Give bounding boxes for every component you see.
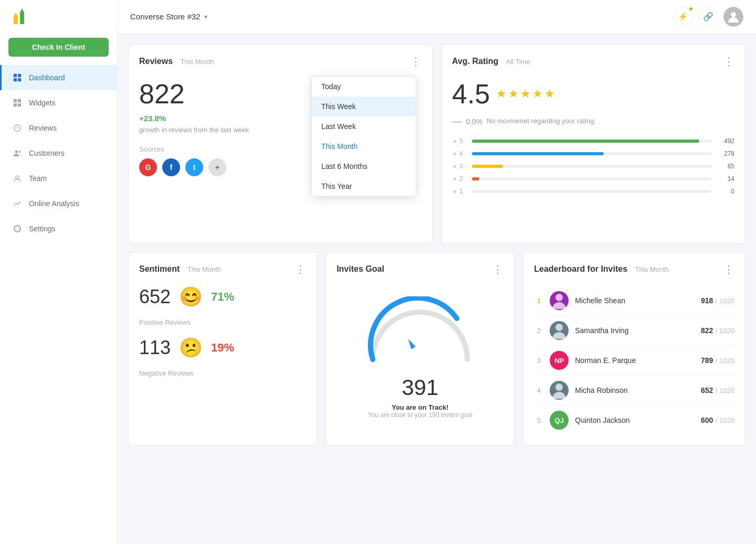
lb-score: 789 <box>701 356 713 365</box>
store-selector[interactable]: Converse Store #32 ▾ <box>130 12 207 21</box>
twitter-source-icon[interactable]: t <box>185 158 203 176</box>
lb-total: / 1020 <box>716 327 734 335</box>
google-source-icon[interactable]: G <box>139 158 157 176</box>
reviews-more-button[interactable]: ⋮ <box>411 55 422 68</box>
facebook-source-icon[interactable]: f <box>162 158 180 176</box>
rank-number: 1 <box>534 297 543 305</box>
lb-avatar-2 <box>550 321 569 340</box>
sidebar-item-settings[interactable]: Settings <box>0 216 117 241</box>
avg-rating-title: Avg. Rating <box>452 57 498 66</box>
check-in-button[interactable]: Check In Client <box>8 38 109 57</box>
main-content: Converse Store #32 ▾ ⚡ 🔗 <box>118 0 756 544</box>
sidebar-item-team[interactable]: Team <box>0 166 117 191</box>
avg-rating-subtitle: All Time <box>506 58 530 66</box>
positive-label: Positive Reviews <box>139 318 306 326</box>
user-avatar-button[interactable] <box>723 7 743 27</box>
user-avatar <box>723 7 743 27</box>
svg-marker-3 <box>14 13 18 17</box>
sidebar-item-label: Dashboard <box>29 73 65 82</box>
star-label-5: ★ 5 <box>452 137 468 145</box>
svg-point-16 <box>731 12 736 17</box>
rating-bar-1: ★ 1 0 <box>452 188 734 195</box>
reviews-title: Reviews <box>139 57 173 66</box>
lb-score-group: 822 / 1020 <box>701 326 734 335</box>
bar-fill-3 <box>472 165 503 168</box>
dropdown-this-year[interactable]: This Year <box>312 176 416 196</box>
sidebar-item-customers[interactable]: Customers <box>0 141 117 166</box>
dropdown-today[interactable]: Today <box>312 77 416 97</box>
widgets-icon <box>12 98 23 108</box>
logo-area <box>0 0 117 34</box>
chevron-down-icon: ▾ <box>204 13 207 20</box>
bar-track-3 <box>472 165 711 168</box>
lb-name: Samantha Irving <box>575 326 695 335</box>
avg-rating-value: 4.5 <box>452 78 490 110</box>
sidebar-item-widgets[interactable]: Widgets <box>0 90 117 115</box>
lb-score-group: 652 / 1020 <box>701 386 734 395</box>
bottom-cards-row: Sentiment This Month ⋮ 652 😊 71% Positiv… <box>128 252 746 446</box>
avg-rating-more-button[interactable]: ⋮ <box>723 55 734 68</box>
dropdown-this-week[interactable]: This Week <box>312 97 416 116</box>
sidebar-item-online-analysis[interactable]: Online Analysis <box>0 191 117 216</box>
link-icon: 🔗 <box>703 12 713 22</box>
sidebar-item-label: Reviews <box>29 124 57 132</box>
lb-total: / 1020 <box>716 297 734 305</box>
sidebar-item-label: Settings <box>29 225 56 233</box>
dropdown-last-6-months[interactable]: Last 6 Months <box>312 156 416 176</box>
leaderboard-header: Leaderboard for Invites This Month ⋮ <box>534 263 734 275</box>
add-source-icon[interactable]: + <box>208 158 226 176</box>
customers-icon <box>12 148 23 158</box>
svg-point-13 <box>15 151 18 153</box>
svg-rect-11 <box>18 103 21 106</box>
star-label-3: ★ 3 <box>452 163 468 170</box>
negative-count: 113 <box>139 337 171 359</box>
sidebar-nav: Dashboard Widgets Reviews Customers <box>0 65 117 241</box>
bar-count-5: 492 <box>716 137 734 145</box>
sidebar: Check In Client Dashboard Widgets Review… <box>0 0 118 544</box>
gauge-svg <box>362 296 478 370</box>
dropdown-this-month[interactable]: This Month <box>312 136 416 156</box>
svg-point-14 <box>19 151 21 153</box>
lb-name: Micha Robinson <box>575 386 695 394</box>
leaderboard-card: Leaderboard for Invites This Month ⋮ 1 M… <box>523 252 746 446</box>
lb-total: / 1020 <box>716 417 734 424</box>
reviews-card-header: Reviews This Month ⋮ <box>139 55 422 68</box>
reviews-title-group: Reviews This Month <box>139 57 214 66</box>
sentiment-card: Sentiment This Month ⋮ 652 😊 71% Positiv… <box>128 252 317 446</box>
sidebar-item-label: Team <box>29 174 47 183</box>
star-half: ★ <box>544 87 555 101</box>
svg-rect-0 <box>14 16 18 24</box>
svg-point-20 <box>555 383 563 391</box>
bar-count-4: 278 <box>716 150 734 157</box>
bar-count-2: 14 <box>716 175 734 183</box>
no-movement-text: No movmenet regarding your rating. <box>487 116 596 126</box>
bar-count-1: 0 <box>716 188 734 195</box>
time-period-dropdown: Today This Week Last Week This Month Las… <box>311 76 416 197</box>
svg-point-15 <box>16 176 19 179</box>
negative-pct: 19% <box>211 341 234 355</box>
star-label-4: ★ 4 <box>452 150 468 157</box>
svg-rect-9 <box>18 99 21 102</box>
sentiment-subtitle: This Month <box>187 265 221 273</box>
invites-more-button[interactable]: ⋮ <box>492 263 503 275</box>
leaderboard-more-button[interactable]: ⋮ <box>723 263 734 275</box>
rank-number: 5 <box>534 417 543 424</box>
invites-header: Invites Goal ⋮ <box>337 263 503 275</box>
store-name: Converse Store #32 <box>130 12 200 21</box>
dropdown-last-week[interactable]: Last Week <box>312 116 416 136</box>
leaderboard-subtitle: This Month <box>635 265 669 273</box>
lightning-button[interactable]: ⚡ <box>673 7 693 27</box>
sidebar-item-reviews[interactable]: Reviews <box>0 115 117 141</box>
sidebar-item-dashboard[interactable]: Dashboard <box>0 65 117 90</box>
svg-rect-5 <box>18 74 21 77</box>
lb-avatar-3: NP <box>550 351 569 370</box>
invites-title-group: Invites Goal <box>337 264 384 274</box>
settings-icon <box>12 223 23 234</box>
invites-title: Invites Goal <box>337 264 384 273</box>
avg-rating-card: Avg. Rating All Time ⋮ 4.5 ★ ★ ★ ★ ★ <box>441 44 746 243</box>
star-3: ★ <box>520 87 531 101</box>
rating-value-row: 4.5 ★ ★ ★ ★ ★ <box>452 78 734 110</box>
link-button[interactable]: 🔗 <box>698 7 718 27</box>
sentiment-more-button[interactable]: ⋮ <box>295 263 306 275</box>
lb-avatar-1 <box>550 291 569 310</box>
